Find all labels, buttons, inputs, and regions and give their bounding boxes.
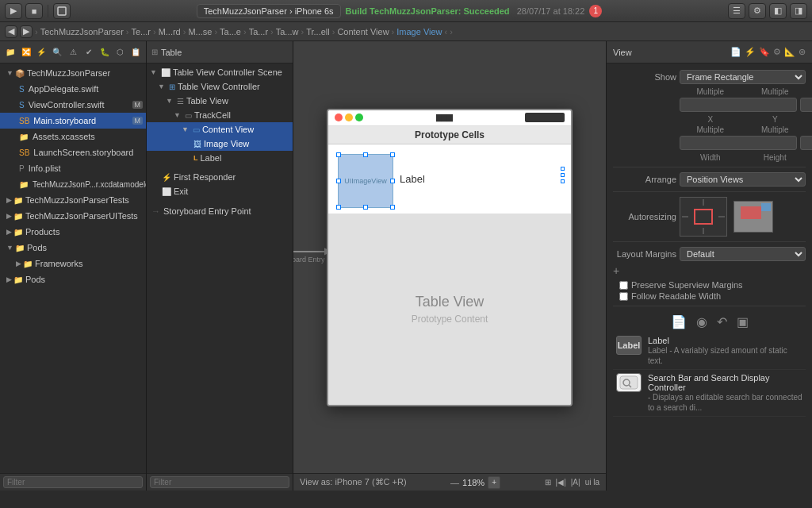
- stop-button[interactable]: ■: [25, 3, 43, 19]
- breadcrumb-4[interactable]: Ta...e: [220, 27, 241, 37]
- tree-item-appdelegate[interactable]: S AppDelegate.swift: [0, 81, 146, 97]
- toolbar-btn-2[interactable]: ⚙: [749, 3, 766, 19]
- tree-item-pods[interactable]: ▼ 📁 Pods: [0, 240, 146, 256]
- image-view[interactable]: UIImageView: [338, 154, 393, 208]
- height-input[interactable]: [800, 136, 812, 150]
- zoom-in-button[interactable]: +: [488, 476, 500, 489]
- tree-item-root[interactable]: ▼ 📦 TechMuzzJsonParser: [0, 65, 146, 81]
- outline-item-exit[interactable]: ⬜ Exit: [147, 184, 293, 198]
- outline-item-entrypoint[interactable]: → Storyboard Entry Point: [147, 205, 293, 217]
- breadcrumb-2[interactable]: M...rd: [159, 27, 181, 37]
- nav-folder-icon[interactable]: 📁: [3, 44, 17, 60]
- show-select[interactable]: Frame Rectangle Bounds Rectangle: [680, 70, 806, 84]
- outline-item-tableview[interactable]: ▼ ☰ Table View: [147, 94, 293, 108]
- nav-symbol-icon[interactable]: ⚡: [35, 44, 49, 60]
- breadcrumb-3[interactable]: M...se: [188, 27, 212, 37]
- inspector-connect-icon[interactable]: ⊛: [799, 47, 806, 57]
- tree-item-pods2[interactable]: ▶ 📁 Pods: [0, 271, 146, 287]
- add-constraint-button[interactable]: +: [613, 264, 619, 277]
- nav-forward-button[interactable]: ▶: [20, 25, 33, 38]
- handle-tr[interactable]: [390, 152, 395, 157]
- tree-item-assets[interactable]: 📁 Assets.xcassets: [0, 129, 146, 144]
- tree-item-products[interactable]: ▶ 📁 Products: [0, 224, 146, 240]
- breadcrumb-5[interactable]: Ta...r: [249, 27, 268, 37]
- tree-item-launchscreen[interactable]: SB LaunchScreen.storyboard: [0, 144, 146, 160]
- breadcrumb-7[interactable]: Tr...ell: [306, 27, 330, 37]
- file-filter-input[interactable]: [3, 476, 143, 488]
- y-input[interactable]: [800, 98, 812, 112]
- lib-icon-circle[interactable]: ◉: [696, 314, 707, 329]
- outline-item-imageview[interactable]: 🖼 Image View: [147, 137, 293, 151]
- bottom-icon-2[interactable]: |◀|: [556, 478, 566, 487]
- layout-margins-select[interactable]: Default Explicit: [680, 247, 806, 261]
- breadcrumb-6[interactable]: Ta...w: [276, 27, 299, 37]
- breadcrumb-0[interactable]: TechMuzzJsonParser: [40, 27, 124, 37]
- nav-debug-icon[interactable]: 🐛: [98, 44, 112, 60]
- tree-item-datamodel[interactable]: 📁 TechMuzzJsonP...r.xcdatamodeld: [0, 176, 146, 192]
- lib-icon-back[interactable]: ↶: [717, 314, 727, 329]
- outline-item-firstresponder[interactable]: ⚡ First Responder: [147, 170, 293, 184]
- tree-item-tests[interactable]: ▶ 📁 TechMuzzJsonParserTests: [0, 192, 146, 208]
- inspector-size-icon[interactable]: 📐: [784, 47, 795, 57]
- autoresizing-box[interactable]: [680, 197, 727, 237]
- tree-item-infoplist[interactable]: P Info.plist: [0, 160, 146, 176]
- handle-bm[interactable]: [363, 205, 368, 210]
- preserve-superview-checkbox[interactable]: [619, 281, 628, 290]
- nav-report-icon[interactable]: 📋: [128, 44, 143, 60]
- inspector-file-icon[interactable]: 📄: [730, 47, 741, 57]
- breadcrumb-9[interactable]: Image View: [396, 27, 442, 37]
- outline-item-contentview[interactable]: ▼ ▭ Content View: [147, 122, 293, 137]
- canvas-bottom-bar: View as: iPhone 7 (⌘C +R) — 118% + ⊞ |◀|…: [293, 473, 606, 491]
- lib-icon-doc[interactable]: 📄: [671, 314, 687, 329]
- inspector-identity-icon[interactable]: 🔖: [759, 47, 770, 57]
- tree-item-frameworks[interactable]: ▶ 📁 Frameworks: [0, 256, 146, 271]
- nav-test-icon[interactable]: ✔: [82, 44, 96, 60]
- bottom-icon-4[interactable]: ui la: [585, 478, 599, 487]
- lib-icon-box[interactable]: ▣: [737, 314, 749, 329]
- scheme-selector[interactable]: [53, 3, 71, 19]
- handle-tl[interactable]: [336, 152, 341, 157]
- label-handle-br[interactable]: [561, 179, 565, 183]
- run-button[interactable]: ▶: [5, 3, 22, 19]
- x-input[interactable]: [680, 98, 797, 112]
- tree-item-viewcontroller[interactable]: S ViewController.swift M: [0, 97, 146, 113]
- outline-item-label[interactable]: L Label: [147, 151, 293, 165]
- handle-br[interactable]: [390, 205, 395, 210]
- nav-source-icon[interactable]: 🔀: [19, 44, 33, 60]
- outline-item-scene[interactable]: ▼ ⬜ Table View Controller Scene: [147, 65, 293, 79]
- tree-item-uitests[interactable]: ▶ 📁 TechMuzzJsonParserUITests: [0, 208, 146, 224]
- handle-tm[interactable]: [363, 152, 368, 157]
- toolbar-btn-1[interactable]: ☰: [728, 3, 745, 19]
- close-window-dot[interactable]: [335, 114, 343, 121]
- nav-issue-icon[interactable]: ⚠: [66, 44, 80, 60]
- tree-item-mainstoryboard[interactable]: SB Main.storyboard M: [0, 113, 146, 129]
- bottom-icon-1[interactable]: ⊞: [545, 478, 551, 487]
- outline-filter-input[interactable]: [150, 476, 289, 488]
- width-input[interactable]: [680, 136, 797, 150]
- minimize-window-dot[interactable]: [345, 114, 353, 121]
- maximize-window-dot[interactable]: [355, 114, 363, 121]
- bottom-icon-3[interactable]: |A|: [571, 478, 580, 487]
- label-handle-tr[interactable]: [561, 167, 565, 171]
- handle-bl[interactable]: [336, 205, 341, 210]
- breadcrumb-1[interactable]: Te...r: [132, 27, 151, 37]
- outline-item-trackcell[interactable]: ▼ ▭ TrackCell: [147, 108, 293, 122]
- nav-find-icon[interactable]: 🔍: [50, 44, 64, 60]
- follow-readable-checkbox[interactable]: [619, 292, 628, 301]
- inspector-quick-icon[interactable]: ⚡: [745, 47, 756, 57]
- handle-mr[interactable]: [390, 179, 395, 183]
- table-cell-area[interactable]: UIImageView: [328, 144, 571, 214]
- handle-ml[interactable]: [336, 179, 341, 183]
- nav-breakpoint-icon[interactable]: ⬡: [113, 44, 127, 60]
- outline-item-tvc[interactable]: ▼ ⊞ Table View Controller: [147, 79, 293, 94]
- label-handle-mr[interactable]: [561, 173, 565, 177]
- nav-back-button[interactable]: ◀: [5, 25, 17, 38]
- toolbar-btn-3[interactable]: ◧: [769, 3, 787, 19]
- inspector-attrib-icon[interactable]: ⚙: [773, 47, 781, 57]
- lib-searchbar-text: Search Bar and Search Display Controller…: [648, 373, 802, 413]
- toolbar-btn-4[interactable]: ◨: [790, 3, 807, 19]
- breadcrumb-8[interactable]: Content View: [337, 27, 389, 37]
- canvas-content[interactable]: ▶ Storyboard Entry Point ▇▇▇: [293, 41, 606, 473]
- ar-left-arrow: [682, 217, 688, 217]
- arrange-select[interactable]: Position Views: [680, 172, 806, 187]
